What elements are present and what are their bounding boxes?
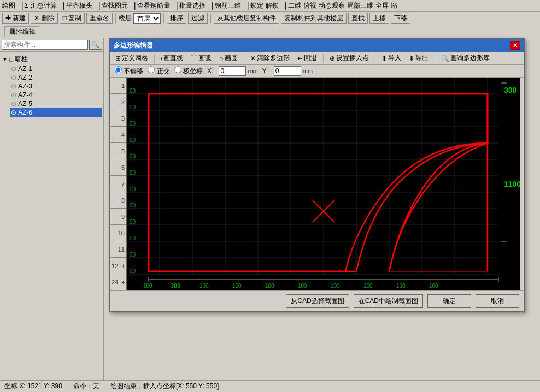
down-button[interactable]: 下移 [391,13,410,24]
tree-item-az-1[interactable]: ⊙ AZ-1 [10,64,102,73]
menu-batch[interactable]: 批量选择 [179,1,206,10]
drawing-svg: 00 00 00 00 00 00 00 00 00 00 00 00 300 [127,78,520,290]
clear-polygon-button[interactable]: ✕ 清除多边形 [248,53,292,63]
tree-item-az-6[interactable]: ⊙ AZ-6 [10,108,102,117]
menu-sum[interactable]: Σ 汇总计算 [25,1,57,10]
svg-text:100: 100 [232,283,242,289]
coord-status: 坐标 X: 1521 Y: 390 [4,382,62,391]
svg-text:100: 100 [429,283,438,289]
row-4[interactable]: 4 [110,127,126,143]
dtb-sep3 [323,54,324,63]
row-9[interactable]: 9 [110,209,126,225]
row-24[interactable]: 24 + [110,274,126,290]
copy-to-button[interactable]: 复制构件到其他楼层 [281,13,347,24]
radio-polar-input[interactable] [174,66,181,73]
tree-item-az-3[interactable]: ⊙ AZ-3 [10,82,102,91]
undo-label: 回退 [304,54,317,63]
copy-from-button[interactable]: 从其他楼层复制构件 [214,13,279,24]
draw-line-button[interactable]: / 画直线 [158,53,186,63]
svg-text:100: 100 [396,283,406,289]
draw-arc-button[interactable]: ⌒ 画弧 [188,53,214,63]
export-button[interactable]: ⬇ 导出 [406,53,431,63]
canvas-area[interactable]: 00 00 00 00 00 00 00 00 00 00 00 00 300 [127,78,520,290]
menu-3d[interactable]: 钢筋三维 [215,1,241,10]
delete-button[interactable]: ✕ 删除 [31,13,57,24]
y-input[interactable] [274,66,301,76]
set-insert-point-button[interactable]: ⊕ 设置插入点 [327,53,372,63]
row-2[interactable]: 2 [110,94,126,110]
menu-orbit[interactable]: 动态观察 [319,1,345,10]
menu-zoom[interactable]: 缩 [391,1,397,10]
menu-drawing[interactable]: 绘图 [2,1,15,10]
row-11[interactable]: 11 [110,241,126,258]
cancel-button[interactable]: 取消 [476,294,519,308]
row-6[interactable]: 6 [110,159,126,176]
row-8[interactable]: 8 [110,192,126,209]
filter-button[interactable]: 过滤 [188,13,208,24]
menu-find[interactable]: 查找图元 [102,1,128,10]
menu-sep5: ▕ [172,2,177,10]
command-status: 命令：无 [73,382,99,391]
define-grid-button[interactable]: ⊞ 定义网格 [113,53,151,63]
no-offset-label: 不偏移 [124,67,143,75]
menu-unlock[interactable]: 解锁 [266,1,279,10]
floor-select[interactable]: 首层 [133,13,161,24]
draw-circle-button[interactable]: ○ 画圆 [216,53,240,63]
second-toolbar: ✚ 新建 ✕ 删除 □ 复制 重命名 楼层 首层 排序 过滤 从其他楼层复制构件… [0,12,540,25]
menu-top[interactable]: 俯视 [303,1,316,10]
dialog-close-button[interactable]: ✕ [510,41,520,50]
up-button[interactable]: 上移 [369,13,389,24]
tree-item-az-4[interactable]: ⊙ AZ-4 [10,91,102,99]
from-cad-button[interactable]: 从CAD选择截面图 [286,294,349,308]
radio-no-offset[interactable]: 不偏移 [115,66,143,76]
confirm-button[interactable]: 确定 [427,294,471,308]
svg-text:300: 300 [171,282,180,289]
export-icon: ⬇ [409,55,414,62]
radio-no-offset-input[interactable] [115,66,122,73]
item-label: AZ-3 [18,82,32,90]
draw-cad-button[interactable]: 在CAD中绘制截面图 [354,294,423,308]
tree-root-node[interactable]: ▼ □ 暗柱 [1,54,102,64]
sort-button[interactable]: 排序 [167,13,186,24]
undo-button[interactable]: ↩ 回退 [295,53,320,63]
svg-text:100: 100 [199,283,209,289]
x-input[interactable] [219,66,246,76]
row-1[interactable]: 1 [110,78,126,94]
menu-fullscreen[interactable]: 全屏 [375,1,389,10]
separator [115,14,116,23]
rename-button[interactable]: 重命名 [86,13,113,24]
search-input[interactable] [2,40,88,50]
row-5[interactable]: 5 [110,143,126,159]
find-button[interactable]: 查找 [348,13,368,24]
x-label: X = [207,67,217,75]
properties-tab-item[interactable]: 属性编辑 [4,26,40,37]
import-button[interactable]: ⬆ 导入 [379,53,404,63]
menu-rebar[interactable]: 查看钢筋量 [137,1,170,10]
menu-lock[interactable]: 锁定 [250,1,263,10]
row-12-add[interactable]: + [122,263,125,269]
row-12[interactable]: 12 + [110,258,126,274]
row-10[interactable]: 10 [110,225,126,241]
radio-polar[interactable]: 极坐标 [174,66,203,76]
radio-orthogonal-input[interactable] [148,66,155,73]
tree-item-az-5[interactable]: ⊙ AZ-5 [10,99,102,108]
row-24-add[interactable]: + [122,279,125,286]
query-library-button[interactable]: 🔍 查询多边形库 [438,53,492,63]
menu-local3d[interactable]: 局部三维 [347,1,373,10]
svg-text:00: 00 [130,88,136,94]
orthogonal-label: 正交 [157,67,170,75]
row-3[interactable]: 3 [110,110,126,127]
import-icon: ⬆ [381,55,387,62]
search-button[interactable]: 🔍 [89,40,102,50]
copy-button[interactable]: □ 复制 [60,13,85,24]
menu-align[interactable]: 平齐板头 [66,1,92,10]
expand-icon[interactable]: ▼ [2,56,8,62]
radio-orthogonal[interactable]: 正交 [148,66,169,76]
new-button[interactable]: ✚ 新建 [2,13,29,24]
item-label: AZ-4 [18,91,32,99]
row-7[interactable]: 7 [110,176,126,192]
dialog-toolbar: ⊞ 定义网格 / 画直线 ⌒ 画弧 ○ 画圆 ✕ [110,52,524,65]
coord-y: 390 [51,382,62,390]
tree-item-az-2[interactable]: ⊙ AZ-2 [10,73,102,82]
menu-2d[interactable]: 二维 [288,1,301,10]
